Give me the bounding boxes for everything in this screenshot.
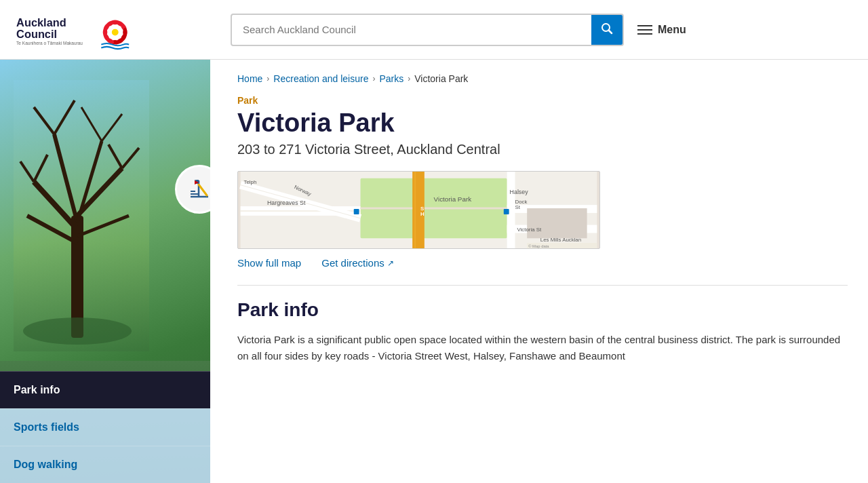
svg-text:Auckland: Auckland (16, 16, 66, 28)
breadcrumb-sep-1: › (267, 74, 269, 83)
svg-text:Telph: Telph (244, 179, 257, 185)
park-address: 203 to 271 Victoria Street, Auckland Cen… (237, 142, 848, 157)
svg-line-17 (609, 30, 612, 33)
svg-text:Halsey: Halsey (510, 189, 529, 195)
park-type-label: Park (237, 95, 848, 106)
sidebar-item-label: Dog walking (14, 459, 77, 470)
external-link-icon: ↗ (387, 258, 394, 268)
playground-icon (185, 175, 210, 204)
park-info-description: Victoria Park is a significant public op… (237, 332, 848, 364)
park-title: Victoria Park (237, 109, 848, 138)
search-button[interactable] (591, 15, 623, 45)
sidebar-item-label: Park info (14, 384, 60, 395)
svg-rect-57 (354, 209, 359, 214)
menu-label: Menu (658, 24, 686, 36)
park-type-icon (175, 165, 210, 214)
svg-point-34 (23, 317, 132, 345)
breadcrumb-parks[interactable]: Parks (379, 73, 403, 84)
svg-text:Council: Council (16, 28, 57, 40)
main-layout: Park info Sports fields Dog walking Home… (0, 60, 868, 483)
svg-text:Victoria St: Victoria St (517, 227, 541, 233)
svg-text:St: St (515, 204, 520, 210)
show-full-map-label: Show full map (237, 257, 301, 269)
sidebar-item-sports-fields[interactable]: Sports fields (0, 408, 210, 446)
breadcrumb-home[interactable]: Home (237, 73, 262, 84)
svg-rect-58 (504, 209, 509, 214)
hamburger-icon (637, 25, 652, 35)
section-divider (237, 285, 848, 286)
get-directions-link[interactable]: Get directions ↗ (321, 257, 394, 269)
svg-text:© Map data: © Map data (528, 244, 549, 248)
svg-rect-48 (414, 172, 416, 248)
sidebar-item-label: Sports fields (14, 421, 79, 433)
svg-text:H: H (420, 211, 425, 217)
map-svg: Hargreaves St S H Victoria Park Dock St … (238, 172, 599, 248)
park-info-section-title: Park info (237, 299, 848, 321)
svg-text:Victoria Park: Victoria Park (434, 195, 472, 203)
svg-text:Te Kaunihera o Tāmaki Makaurau: Te Kaunihera o Tāmaki Makaurau (16, 41, 83, 45)
logo-area: Auckland Council Te Kaunihera o Tāmaki M… (14, 7, 231, 52)
breadcrumb-sep-3: › (408, 74, 410, 83)
search-bar (231, 14, 624, 46)
breadcrumb-sep-2: › (372, 74, 375, 83)
search-icon (601, 22, 613, 35)
svg-text:Hargreaves St: Hargreaves St (267, 199, 306, 206)
auckland-council-logo: Auckland Council Te Kaunihera o Tāmaki M… (14, 7, 136, 52)
tree-silhouette-icon (14, 80, 149, 351)
svg-point-12 (112, 29, 119, 36)
show-full-map-link[interactable]: Show full map (237, 257, 301, 269)
photo-panel: Park info Sports fields Dog walking (0, 60, 210, 483)
breadcrumb-recreation[interactable]: Recreation and leisure (273, 73, 368, 84)
map-thumbnail[interactable]: Hargreaves St S H Victoria Park Dock St … (237, 171, 600, 249)
menu-button[interactable]: Menu (637, 24, 686, 36)
svg-text:Les Mills Aucklan: Les Mills Aucklan (540, 237, 581, 243)
sidebar-nav: Park info Sports fields Dog walking (0, 371, 210, 483)
map-actions: Show full map Get directions ↗ (237, 257, 848, 269)
breadcrumb-current: Victoria Park (414, 73, 468, 84)
search-input[interactable] (232, 17, 591, 42)
sidebar-item-park-info[interactable]: Park info (0, 371, 210, 408)
sidebar-item-dog-walking[interactable]: Dog walking (0, 446, 210, 483)
breadcrumb: Home › Recreation and leisure › Parks › … (237, 60, 848, 95)
get-directions-label: Get directions (321, 257, 384, 269)
site-header: Auckland Council Te Kaunihera o Tāmaki M… (0, 0, 868, 60)
svg-rect-54 (527, 208, 587, 238)
svg-line-37 (199, 185, 207, 195)
content-panel: Home › Recreation and leisure › Parks › … (210, 60, 868, 483)
